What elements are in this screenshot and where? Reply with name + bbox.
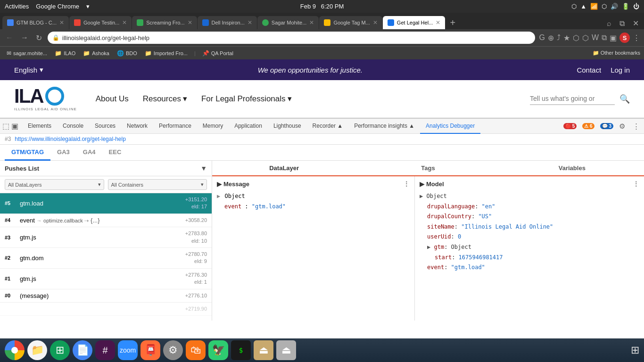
tab-close-sagar[interactable]: ✕ — [309, 19, 314, 26]
tab-google-testing[interactable]: Google Testin... ✕ — [69, 16, 132, 29]
site-logo[interactable]: ILA ILLINOIS LEGAL AID ONLINE — [14, 86, 77, 111]
taskbar-software[interactable]: 🛍 — [186, 340, 206, 360]
extension-icon[interactable]: ⬡ — [573, 33, 579, 42]
tab-sagar[interactable]: Sagar Mohite... ✕ — [257, 16, 319, 29]
tab-close-dell[interactable]: ✕ — [248, 19, 252, 26]
nav-for-legal[interactable]: For Legal Professionals ▾ — [201, 94, 292, 104]
message-expand-icon[interactable]: ▶ — [217, 181, 222, 188]
os-wifi-icon[interactable]: 📶 — [590, 3, 598, 10]
taskbar-usb[interactable]: ⏏ — [254, 340, 273, 360]
os-volume-icon[interactable]: 🔊 — [611, 3, 618, 10]
bookmark-ashoka[interactable]: 📁 Ashoka — [80, 49, 112, 58]
push-item-5[interactable]: #5 gtm.load +3151.20 eld: 17 — [0, 193, 212, 214]
other-bookmarks[interactable]: 📁 Other bookmarks — [593, 50, 640, 56]
tab-screaming-frog[interactable]: Screaming Fro... ✕ — [132, 16, 197, 29]
forward-button[interactable]: → — [19, 33, 30, 43]
tab-close-gtm2[interactable]: ✕ — [373, 19, 378, 26]
message-menu-icon[interactable]: ⋮ — [403, 180, 410, 188]
tab-close-gtm[interactable]: ✕ — [59, 19, 64, 26]
taskbar-usb2[interactable]: ⏏ — [276, 340, 296, 360]
object-expand-icon[interactable]: ▶ — [217, 193, 220, 199]
new-tab-button[interactable]: + — [446, 16, 460, 29]
devtools-tab-network[interactable]: Network — [121, 119, 153, 134]
taskbar-bird[interactable]: 🦅 — [208, 340, 228, 360]
google-icon[interactable]: G — [539, 33, 545, 42]
taskbar-slack[interactable]: # — [95, 340, 115, 360]
share-icon[interactable]: ⤴ — [557, 33, 561, 42]
search-button[interactable]: 🔍 — [619, 94, 630, 104]
model-expand-icon[interactable]: ▶ — [420, 181, 424, 188]
taskbar-files[interactable]: 📁 — [27, 340, 47, 360]
tab-gtm-blog[interactable]: GTM BLOG - C... ✕ — [2, 16, 69, 29]
tab-close-gt[interactable]: ✕ — [122, 19, 127, 26]
model-gtm-expand[interactable]: ▶ — [427, 244, 430, 250]
tab-dell[interactable]: Dell Inspiron... ✕ — [198, 16, 257, 29]
push-item-3[interactable]: #3 gtm.js +2783.80 eld: 10 — [0, 227, 212, 248]
devtools-tab-elements[interactable]: Elements — [22, 119, 57, 134]
sub-tab-ga3[interactable]: GA3 — [50, 145, 76, 161]
search-input[interactable] — [530, 93, 615, 105]
nav-resources[interactable]: Resources ▾ — [143, 94, 187, 104]
devtools-tab-lighthouse[interactable]: Lighthouse — [268, 119, 307, 134]
taskbar-grid-icon[interactable]: ⊞ — [631, 344, 639, 356]
push-item-1[interactable]: #1 gtm.js +2776.30 eld: 1 — [0, 269, 212, 289]
language-selector[interactable]: English ▾ — [14, 66, 43, 74]
push-item-0[interactable]: #0 (message) +2776.10 — [0, 289, 212, 303]
back-button[interactable]: ← — [4, 33, 15, 43]
devtools-tab-application[interactable]: Application — [229, 119, 268, 134]
bookmark-qa[interactable]: 📌 QA Portal — [199, 49, 236, 58]
devtools-tab-analytics[interactable]: Analytics Debugger — [420, 119, 480, 134]
bookmark-star-icon[interactable]: ★ — [563, 33, 570, 42]
restore-button[interactable]: ⧉ — [617, 18, 627, 29]
devtools-inspect-icon[interactable]: ⬚ — [2, 122, 9, 131]
devtools-more-icon[interactable]: ⋮ — [631, 121, 642, 132]
taskbar-settings[interactable]: ⚙ — [163, 340, 183, 360]
os-chevron-icon[interactable]: ▾ — [86, 3, 90, 10]
tab-get-legal[interactable]: Get Legal Hel... ✕ — [383, 16, 445, 29]
push-item-partial[interactable]: +2719.90 — [0, 303, 212, 316]
os-network-icon[interactable]: ⬡ — [571, 3, 577, 10]
taskbar-sheets[interactable]: ⊞ — [50, 340, 70, 360]
os-power-icon[interactable]: ⏻ — [633, 3, 639, 10]
taskbar-postman[interactable]: 📮 — [140, 340, 160, 360]
devtools-tab-memory[interactable]: Memory — [197, 119, 229, 134]
filter-icon[interactable]: ▼ — [200, 165, 207, 172]
activities-label[interactable]: Activities — [5, 3, 29, 10]
sub-tab-ga4[interactable]: GA4 — [76, 145, 102, 161]
login-link[interactable]: Log in — [611, 66, 630, 74]
tab-close-legal[interactable]: ✕ — [436, 19, 440, 26]
close-browser-button[interactable]: ✕ — [630, 17, 642, 29]
bookmark-ilao[interactable]: 📁 ILAO — [52, 49, 78, 58]
tab-search-button[interactable]: ⌕ — [604, 18, 614, 29]
panel-tab-variables[interactable]: Variables — [500, 161, 644, 176]
lens-icon[interactable]: ⊕ — [548, 33, 554, 42]
reload-button[interactable]: ↻ — [34, 33, 44, 43]
model-menu-icon[interactable]: ⋮ — [633, 180, 639, 188]
bookmark-sagar[interactable]: ✉ sagar.mohite... — [4, 49, 50, 58]
datalayer-filter[interactable]: All DataLayers ▾ — [5, 179, 104, 190]
tab-gtm[interactable]: Google Tag M... ✕ — [319, 16, 382, 29]
contact-link[interactable]: Contact — [577, 66, 601, 74]
panel-tab-tags[interactable]: Tags — [356, 161, 500, 176]
extension3-icon[interactable]: W — [592, 33, 599, 42]
sub-tab-eec[interactable]: EEC — [102, 145, 128, 161]
container-filter[interactable]: All Containers ▾ — [108, 179, 207, 190]
devtools-tab-sources[interactable]: Sources — [89, 119, 121, 134]
os-battery-icon[interactable]: 🔋 — [622, 3, 629, 10]
tab-close-sf[interactable]: ✕ — [188, 19, 192, 26]
model-object-expand[interactable]: ▶ — [420, 193, 423, 199]
profile-icon[interactable]: S — [619, 33, 630, 43]
devtools-settings-icon[interactable]: ⚙ — [617, 121, 627, 132]
devtools-device-icon[interactable]: ▣ — [11, 122, 18, 131]
push-item-2[interactable]: #2 gtm.dom +2780.70 eld: 9 — [0, 248, 212, 269]
os-bluetooth-icon[interactable]: ⬡ — [602, 3, 607, 10]
bookmark-imported[interactable]: 📁 Imported Fro... — [142, 49, 190, 58]
sub-tab-gtm[interactable]: GTM/GTAG — [5, 145, 50, 161]
os-signal-icon[interactable]: ▲ — [580, 3, 586, 10]
puzzle-icon[interactable]: ⧉ — [602, 33, 607, 42]
taskbar-terminal[interactable]: $ — [231, 340, 251, 360]
url-bar[interactable]: 🔒 illinoislegalaid.org/get-legal-help — [48, 32, 535, 44]
nav-about[interactable]: About Us — [96, 94, 129, 104]
push-item-4[interactable]: #4 event → optimize.callback ⇢ {...} +30… — [0, 214, 212, 227]
extension2-icon[interactable]: ⬡ — [582, 33, 589, 42]
